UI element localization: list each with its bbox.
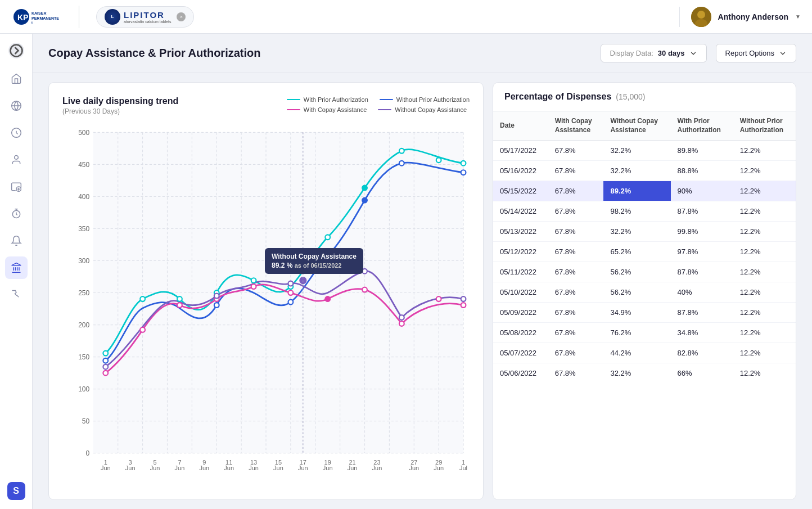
table-scroll[interactable]: Date With CopayAssistance Without CopayA…	[493, 111, 796, 499]
svg-text:®: ®	[31, 21, 33, 25]
svg-marker-21	[11, 263, 21, 265]
svg-text:Jun: Jun	[125, 465, 136, 471]
sidebar-item-bank[interactable]	[5, 256, 28, 279]
chart-panel: Live daily dispensing trend (Previous 30…	[48, 82, 484, 500]
svg-text:100: 100	[78, 385, 89, 393]
cell-date: 05/17/2022	[493, 141, 548, 161]
cell-with_prior: 66%	[671, 363, 733, 384]
page-header: Copay Assistance & Prior Authorization D…	[33, 34, 812, 73]
report-options-dropdown[interactable]: Report Options	[716, 44, 796, 62]
svg-point-9	[10, 45, 22, 57]
table-row: 05/08/202267.8%76.2%34.8%12.2%	[493, 323, 796, 343]
legend-without-prior: Without Prior Authorization	[380, 96, 470, 103]
legend-row-1: With Prior Authorization Without Prior A…	[287, 96, 470, 103]
svg-point-96	[325, 235, 330, 240]
legend-label-without-prior: Without Prior Authorization	[396, 96, 470, 103]
cell-with_copay: 67.8%	[548, 343, 604, 363]
cell-with_copay: 67.8%	[548, 201, 604, 222]
legend-line-with-prior	[287, 99, 300, 100]
drug-logo-container[interactable]: L LIPITOR atorvastatin calcium tablets ×	[96, 6, 194, 28]
cell-with_prior: 97.8%	[671, 242, 733, 262]
cell-with_prior: 87.8%	[671, 201, 733, 222]
svg-point-7	[697, 11, 705, 19]
cell-without_prior: 12.2%	[733, 201, 796, 222]
svg-point-118	[103, 364, 108, 370]
cell-with_prior: 99.8%	[671, 222, 733, 242]
content-area: Live daily dispensing trend (Previous 30…	[33, 73, 812, 509]
sidebar-s-badge[interactable]: S	[7, 482, 25, 500]
sidebar-item-globe[interactable]	[5, 94, 28, 117]
display-data-chevron	[689, 49, 697, 57]
legend-line-without-copay	[378, 109, 391, 110]
svg-text:Jun: Jun	[298, 465, 308, 471]
header-user-section: Anthony Anderson ▼	[679, 7, 801, 27]
legend-label-without-copay: Without Copay Assistance	[395, 106, 467, 113]
table-row: 05/10/202267.8%56.2%40%12.2%	[493, 282, 796, 303]
cell-with_copay: 67.8%	[548, 303, 604, 323]
svg-point-122	[362, 269, 367, 274]
cell-with_copay: 67.8%	[548, 161, 604, 181]
svg-text:Jun: Jun	[323, 465, 333, 471]
legend-without-copay: Without Copay Assistance	[378, 106, 467, 113]
svg-text:Jun: Jun	[224, 465, 234, 471]
svg-point-105	[399, 161, 404, 166]
sidebar-item-user[interactable]	[5, 148, 28, 171]
cell-without_copay: 32.2%	[603, 222, 670, 242]
cell-with_prior: 88.8%	[671, 161, 733, 181]
svg-text:300: 300	[78, 257, 89, 265]
kaiser-permanente-logo: KP KAISER PERMANENTE ®	[11, 6, 62, 28]
cell-with_copay: 67.8%	[548, 363, 604, 384]
cell-without_copay: 32.2%	[603, 161, 670, 181]
svg-text:200: 200	[78, 321, 89, 329]
svg-text:400: 400	[78, 193, 89, 201]
svg-point-102	[214, 303, 219, 308]
drug-close-button[interactable]: ×	[177, 12, 186, 21]
app-body: S Copay Assistance & Prior Authorization…	[0, 34, 812, 509]
cell-without_copay: 34.9%	[603, 303, 670, 323]
cell-with_prior: 87.8%	[671, 303, 733, 323]
report-options-label: Report Options	[725, 49, 774, 57]
display-data-dropdown[interactable]: Display Data: 30 days	[601, 44, 707, 62]
svg-point-90	[103, 351, 108, 356]
cell-date: 05/13/2022	[493, 222, 548, 242]
sidebar-item-timer[interactable]	[5, 202, 28, 225]
cell-without_copay: 56.2%	[603, 282, 670, 303]
sidebar-item-home[interactable]	[5, 67, 28, 90]
table-panel: Percentage of Dispenses (15,000) Date Wi…	[493, 82, 796, 500]
table-row: 05/16/202267.8%32.2%88.8%12.2%	[493, 161, 796, 181]
sidebar-item-rx[interactable]	[5, 283, 28, 306]
svg-point-98	[399, 148, 404, 154]
cell-without_prior: 12.2%	[733, 222, 796, 242]
svg-point-123	[399, 315, 404, 320]
sidebar-item-bell[interactable]	[5, 229, 28, 252]
cell-without_prior: 12.2%	[733, 323, 796, 343]
table-row: 05/15/202267.8%89.2%90%12.2%	[493, 181, 796, 201]
col-without-prior: Without PriorAuthorization	[733, 111, 796, 141]
cell-date: 05/10/2022	[493, 282, 548, 303]
table-title-text: Percentage of Dispenses	[504, 92, 611, 102]
svg-text:350: 350	[78, 225, 89, 233]
cell-with_prior: 89.8%	[671, 141, 733, 161]
svg-point-111	[251, 284, 256, 289]
cell-with_copay: 67.8%	[548, 323, 604, 343]
sidebar: S	[0, 34, 33, 509]
sidebar-item-analytics[interactable]	[5, 121, 28, 144]
svg-text:KAISER: KAISER	[31, 11, 46, 15]
user-name: Anthony Anderson	[718, 12, 788, 21]
cell-date: 05/09/2022	[493, 303, 548, 323]
svg-text:0: 0	[86, 449, 90, 457]
svg-text:500: 500	[78, 129, 89, 137]
svg-point-124	[461, 296, 466, 301]
main-content: Copay Assistance & Prior Authorization D…	[33, 34, 812, 509]
cell-with_copay: 67.8%	[548, 141, 604, 161]
user-menu-chevron[interactable]: ▼	[795, 13, 801, 20]
sidebar-toggle-button[interactable]	[8, 43, 24, 58]
cell-with_copay: 67.8%	[548, 242, 604, 262]
cell-without_prior: 12.2%	[733, 282, 796, 303]
legend-line-without-prior	[380, 99, 393, 100]
sidebar-item-pill[interactable]	[5, 175, 28, 198]
table-row: 05/06/202267.8%32.2%66%12.2%	[493, 363, 796, 384]
legend-label-with-copay: With Copay Assistance	[304, 106, 367, 113]
svg-point-107	[103, 371, 108, 376]
cell-without_copay: 56.2%	[603, 262, 670, 282]
